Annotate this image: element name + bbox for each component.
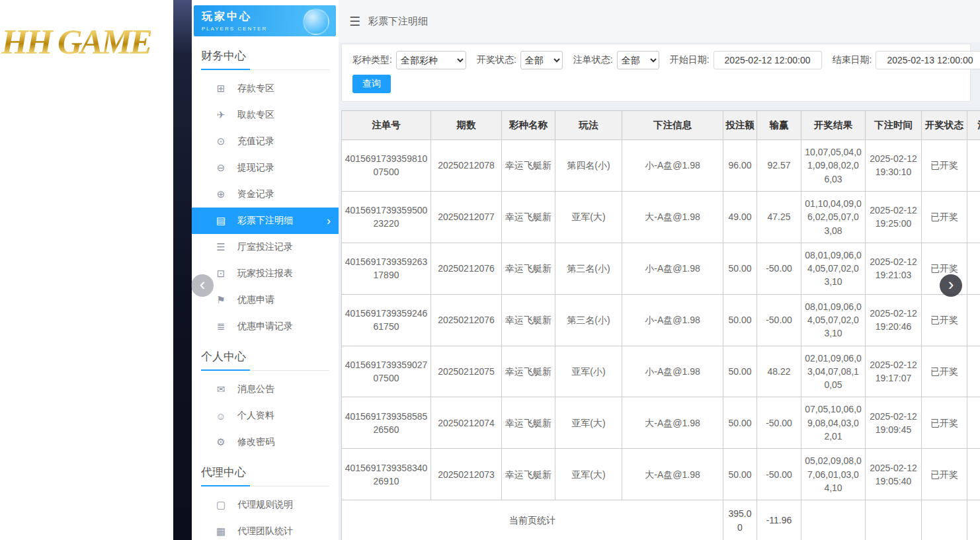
agent-team-stats-icon: ▦ <box>214 525 227 537</box>
cell-lottery_name: 幸运飞艇新 <box>502 449 555 500</box>
sidebar-item-lottery-bet-details[interactable]: ▤彩票下注明细› <box>192 208 339 234</box>
table-header-row: 注单号期数彩种名称玩法下注信息投注额输赢开奖结果下注时间开奖状态注单状态 <box>342 111 980 140</box>
background-site-panel: HH GAME <box>0 0 173 540</box>
cell-win_loss: -50.00 <box>757 294 801 346</box>
column-header-bet_no: 注单号 <box>342 111 431 140</box>
chevron-right-icon: › <box>327 215 331 227</box>
cell-draw_result: 07,05,10,06,09,08,04,03,02,01 <box>801 397 866 449</box>
cell-period: 20250212074 <box>431 397 502 449</box>
message-announcements-icon: ✉ <box>214 383 227 395</box>
cell-draw_result: 01,10,04,09,06,02,05,07,03,08 <box>801 191 866 243</box>
sidebar-item-agent-rules[interactable]: ▢代理规则说明 <box>192 492 339 518</box>
sidebar-item-label: 优惠申请记录 <box>237 321 293 332</box>
table-row: 40156917393592466175020250212076幸运飞艇新第三名… <box>342 294 980 346</box>
table-summary: 当前页统计395.00-11.96总统计395.00-11.96 <box>342 500 980 540</box>
lottery-type-select[interactable]: 全部彩种 <box>396 51 466 69</box>
menu-toggle-icon[interactable]: ☰ <box>349 14 360 29</box>
sidebar-item-hall-bet-records[interactable]: ☰厅室投注记录 <box>192 234 339 260</box>
start-date-filter: 开始日期: <box>670 51 822 69</box>
column-header-bet_time: 下注时间 <box>866 111 922 140</box>
cell-bet_info: 大-A盘@1.98 <box>622 397 723 449</box>
cell-order_status: 有效 <box>967 397 980 449</box>
column-header-bet_info: 下注信息 <box>622 111 723 140</box>
summary-bet-amount: 395.00 <box>723 500 757 540</box>
cell-play: 亚军(小) <box>555 346 622 397</box>
sidebar-item-label: 存款专区 <box>237 83 274 95</box>
carousel-next-button[interactable]: › <box>940 274 962 297</box>
column-header-draw_result: 开奖结果 <box>801 111 866 140</box>
cell-bet_no: 401569173935926317890 <box>342 243 431 294</box>
column-header-period: 期数 <box>431 111 502 140</box>
table-row: 40156917393585852656020250212074幸运飞艇新亚军(… <box>342 397 980 449</box>
filter-row: 彩种类型: 全部彩种 开奖状态: 全部 注单状态: 全部 <box>352 51 960 69</box>
cell-bet_time: 2025-02-12 19:17:07 <box>866 346 922 397</box>
sidebar-item-fund-records[interactable]: ⊕资金记录 <box>192 181 339 208</box>
table-row: 40156917393590270750020250212075幸运飞艇新亚军(… <box>342 346 980 397</box>
cell-bet_no: 401569173935981007500 <box>342 140 431 192</box>
draw-status-filter: 开奖状态: 全部 <box>477 51 563 69</box>
cell-bet_time: 2025-02-12 19:20:46 <box>866 294 922 346</box>
start-date-label: 开始日期: <box>670 54 710 66</box>
cell-bet_amount: 96.00 <box>723 140 757 192</box>
sidebar-item-withdrawal-records[interactable]: ⊖提现记录 <box>192 155 339 181</box>
draw-status-select[interactable]: 全部 <box>520 51 563 69</box>
players-center-banner: 玩家中心 PLAYERS CENTER <box>194 5 336 36</box>
start-date-input[interactable] <box>714 51 822 69</box>
change-password-icon: ⚙ <box>214 436 227 448</box>
cell-bet_no: 401569173935902707500 <box>342 346 431 397</box>
lottery-type-label: 彩种类型: <box>352 54 392 66</box>
cell-lottery_name: 幸运飞艇新 <box>502 397 555 449</box>
deposit-zone-icon: ⊞ <box>214 83 227 95</box>
cell-lottery_name: 幸运飞艇新 <box>502 140 555 192</box>
sidebar-item-deposit-zone[interactable]: ⊞存款专区 <box>192 75 339 102</box>
cell-win_loss: -50.00 <box>757 243 801 294</box>
end-date-input[interactable] <box>876 51 980 69</box>
lottery-type-filter: 彩种类型: 全部彩种 <box>352 51 466 69</box>
cell-bet_info: 小-A盘@1.98 <box>622 346 723 397</box>
sidebar-item-message-announcements[interactable]: ✉消息公告 <box>192 376 339 403</box>
sidebar-item-withdraw-zone[interactable]: ✈取款专区 <box>192 102 339 128</box>
order-status-select[interactable]: 全部 <box>617 51 659 69</box>
sidebar-item-agent-team-stats[interactable]: ▦代理团队统计 <box>192 518 339 540</box>
end-date-filter: 结束日期: <box>833 51 980 69</box>
cell-lottery_name: 幸运飞艇新 <box>502 346 555 397</box>
cell-draw_status: 已开奖 <box>922 346 967 397</box>
cell-draw_result: 08,01,09,06,04,05,07,02,03,10 <box>801 243 866 294</box>
cell-bet_time: 2025-02-12 19:25:00 <box>866 191 922 243</box>
promo-apply-icon: ⚑ <box>214 294 227 306</box>
cell-win_loss: -50.00 <box>757 397 801 449</box>
cell-order_status: 有效 <box>967 191 980 243</box>
sidebar-item-label: 厅室投注记录 <box>237 241 293 253</box>
fund-records-icon: ⊕ <box>214 188 227 200</box>
draw-status-label: 开奖状态: <box>477 54 516 66</box>
screen: HH GAME 玩家中心 PLAYERS CENTER 财务中心⊞存款专区✈取款… <box>0 0 980 540</box>
sidebar-item-profile[interactable]: ☺个人资料 <box>192 403 339 429</box>
sidebar-item-promo-apply[interactable]: ⚑优惠申请 <box>192 287 339 313</box>
sidebar-item-player-bet-report[interactable]: ⊡玩家投注报表 <box>192 260 339 287</box>
cell-bet_amount: 50.00 <box>723 449 757 500</box>
promo-apply-records-icon: ≣ <box>214 321 227 332</box>
cell-bet_time: 2025-02-12 19:09:45 <box>866 397 922 449</box>
main-content: ☰ 彩票下注明细 彩种类型: 全部彩种 开奖状态: 全部 注单状态 <box>339 0 980 540</box>
cell-bet_amount: 50.00 <box>723 397 757 449</box>
sidebar-item-change-password[interactable]: ⚙修改密码 <box>192 429 339 455</box>
sidebar-item-promo-apply-records[interactable]: ≣优惠申请记录 <box>192 313 339 340</box>
table-row: 40156917393592631789020250212076幸运飞艇新第三名… <box>342 243 980 294</box>
cell-bet_info: 小-A盘@1.98 <box>622 140 723 192</box>
column-header-order_status: 注单状态 <box>967 111 980 140</box>
cell-period: 20250212077 <box>431 191 502 243</box>
filter-panel: 彩种类型: 全部彩种 开奖状态: 全部 注单状态: 全部 <box>341 44 971 102</box>
cell-win_loss: 92.57 <box>757 140 801 192</box>
cell-play: 第三名(小) <box>555 243 622 294</box>
sidebar-item-recharge-records[interactable]: ⊙充值记录 <box>192 128 339 155</box>
carousel-prev-button[interactable]: ‹ <box>191 274 214 297</box>
search-button[interactable]: 查询 <box>352 75 391 93</box>
cell-bet_time: 2025-02-12 19:30:10 <box>866 140 922 192</box>
soccer-ball-icon <box>303 9 329 35</box>
player-bet-report-icon: ⊡ <box>214 268 227 280</box>
cell-order_status: 有效 <box>967 346 980 397</box>
cell-draw_status: 已开奖 <box>922 140 967 192</box>
column-header-play: 玩法 <box>555 111 622 140</box>
end-date-label: 结束日期: <box>833 54 872 66</box>
cell-bet_info: 小-A盘@1.98 <box>622 294 723 346</box>
